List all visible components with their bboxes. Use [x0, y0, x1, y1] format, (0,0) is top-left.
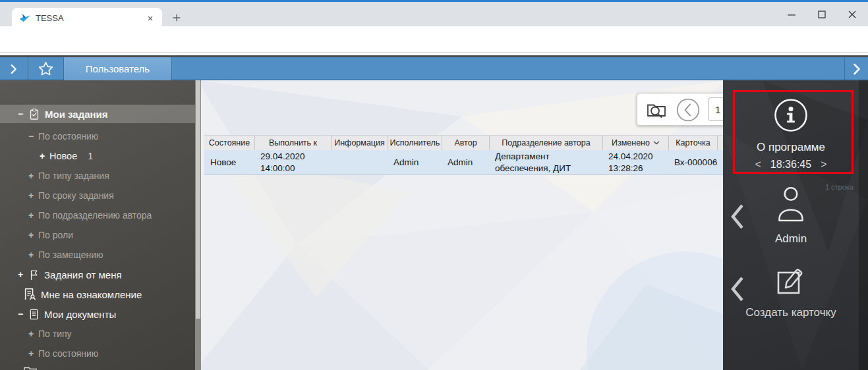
sidebar-item-my-tasks[interactable]: − Мои задания — [16, 105, 108, 123]
sidebar-item-label: По сроку задания — [38, 190, 114, 201]
browser-tab[interactable]: TESSA — [12, 8, 162, 28]
tab-close-icon[interactable] — [144, 13, 156, 24]
annotation-highlight-rectangle — [733, 90, 854, 174]
sidebar-item-by-role[interactable]: + По роли — [26, 226, 73, 244]
document-icon — [28, 307, 40, 321]
window-minimize-button[interactable] — [776, 3, 807, 26]
sidebar-item-label: По замещению — [38, 250, 103, 260]
cell-card: Вх-000006 — [674, 157, 717, 169]
cell-department-line1: Департамент — [495, 151, 602, 163]
app-header: Пользователь — [0, 57, 868, 80]
folder-icon-partial — [24, 366, 37, 370]
window-close-button[interactable] — [837, 3, 867, 26]
expand-icon[interactable]: + — [26, 210, 36, 221]
user-name-label[interactable]: Admin — [723, 232, 859, 246]
sidebar-item-label: Новое — [49, 151, 77, 161]
collapse-icon[interactable]: − — [16, 309, 25, 319]
browser-tab-bar: TESSA — [0, 2, 868, 26]
browser-window: TESSA ylka-p — [0, 0, 868, 370]
navigation-sidebar: − Мои задания − По состоянию + Новое 1 +… — [0, 80, 195, 370]
previous-page-icon[interactable] — [676, 97, 701, 122]
user-tile[interactable] — [723, 184, 859, 225]
cell-modified-date: 24.04.2020 — [608, 151, 668, 163]
sidebar-item-label: По типу задания — [38, 171, 109, 181]
header-separator — [171, 57, 172, 80]
cell-due-time: 14:00:00 — [260, 163, 331, 174]
expand-icon[interactable]: + — [16, 269, 25, 280]
cell-state: Новое — [210, 157, 254, 169]
sidebar-item-label: Задания от меня — [44, 269, 122, 280]
table-header-row: Состояние Выполнить к Информация Исполни… — [204, 135, 757, 150]
sidebar-item-label: По состоянию — [38, 348, 98, 359]
sidebar-item-label: Мои документы — [44, 309, 116, 320]
expand-icon[interactable]: + — [26, 230, 36, 240]
sidebar-item-label: По подразделению автора — [38, 210, 152, 221]
sidebar-item-label: Мои задания — [45, 109, 108, 120]
sidebar-item-label: По типу — [38, 329, 72, 339]
tab-title: TESSA — [36, 13, 144, 23]
cell-department-line2: обеспечения, ДИТ — [495, 163, 602, 174]
expand-icon[interactable]: + — [26, 329, 36, 339]
favorites-star-button[interactable] — [28, 57, 63, 80]
sidebar-item-tasks-from-me[interactable]: + Задания от меня — [16, 265, 122, 284]
column-header[interactable]: Выполнить к — [254, 136, 331, 150]
column-header[interactable]: Информация — [331, 136, 388, 150]
create-card-label[interactable]: Создать карточку — [723, 306, 859, 319]
flag-icon — [28, 268, 40, 282]
item-count-badge: 1 — [88, 151, 93, 161]
sidebar-item-label: По состоянию — [38, 131, 98, 142]
column-header-label: Изменено — [612, 138, 650, 147]
sidebar-item-new[interactable]: + Новое 1 — [38, 147, 93, 165]
user-person-icon — [773, 184, 809, 223]
tasks-table: Состояние Выполнить к Информация Исполни… — [204, 135, 757, 175]
browser-nav-toolbar: ylka-pc/tessa3/view/ef0523b2-7fad-45d4-a… — [0, 26, 868, 53]
select-view-folder-search-icon[interactable] — [645, 99, 668, 121]
workplace-tab-user[interactable]: Пользователь — [64, 57, 171, 80]
sidebar-item-by-task-due[interactable]: + По сроку задания — [26, 186, 114, 205]
expand-icon[interactable]: + — [26, 348, 36, 359]
column-header[interactable]: Автор — [442, 136, 489, 150]
edit-pencil-square-icon — [773, 263, 809, 299]
cell-performer: Admin — [393, 157, 442, 169]
sidebar-item-by-task-type[interactable]: + По типу задания — [26, 167, 109, 185]
create-card-tile[interactable] — [723, 263, 859, 302]
workplace-expand-button[interactable] — [0, 57, 28, 80]
column-header[interactable]: Исполнитель — [388, 136, 442, 150]
sort-descending-icon — [653, 141, 660, 145]
column-header[interactable]: Подразделение автора — [489, 136, 602, 150]
sidebar-item-label: Мне на ознакомление — [41, 289, 142, 300]
column-header[interactable]: Карточка — [668, 136, 717, 150]
cell-author: Admin — [448, 157, 489, 169]
panel-right-strip — [859, 80, 868, 370]
document-user-icon — [22, 287, 37, 302]
panel-expand-right-button[interactable] — [845, 57, 868, 80]
sidebar-item-my-documents[interactable]: − Мои документы — [16, 305, 116, 323]
column-header-sorted[interactable]: Изменено — [602, 136, 668, 150]
clipboard-check-icon — [28, 107, 41, 121]
column-header[interactable]: Состояние — [204, 136, 254, 150]
table-row[interactable]: Новое 29.04.2020 14:00:00 Admin Admin Де… — [204, 150, 757, 175]
expand-icon[interactable]: + — [26, 250, 36, 260]
expand-icon[interactable]: + — [38, 151, 47, 161]
sidebar-item-for-my-review[interactable]: Мне на ознакомление — [22, 285, 142, 304]
sidebar-scrollbar[interactable] — [195, 80, 201, 370]
sidebar-item-by-substitution[interactable]: + По замещению — [26, 246, 103, 264]
cell-modified-time: 13:28:26 — [608, 163, 668, 174]
sidebar-scrollbar-thumb[interactable] — [196, 80, 200, 319]
sidebar-item-by-type[interactable]: + По типу — [26, 325, 72, 343]
new-tab-button[interactable] — [170, 11, 183, 24]
tessa-favicon-bird-icon — [19, 13, 31, 24]
window-maximize-button[interactable] — [807, 3, 837, 26]
collapse-icon[interactable]: − — [26, 131, 36, 142]
expand-icon[interactable]: + — [26, 190, 36, 201]
sidebar-item-by-state[interactable]: − По состоянию — [26, 127, 98, 145]
expand-icon[interactable]: + — [26, 171, 36, 181]
sidebar-item-label: По роли — [38, 230, 73, 240]
cell-due-date: 29.04.2020 — [260, 151, 331, 163]
sidebar-item-by-author-department[interactable]: + По подразделению автора — [26, 206, 152, 225]
sidebar-item-by-state-docs[interactable]: + По состоянию — [26, 344, 98, 363]
collapse-icon[interactable]: − — [16, 109, 25, 119]
